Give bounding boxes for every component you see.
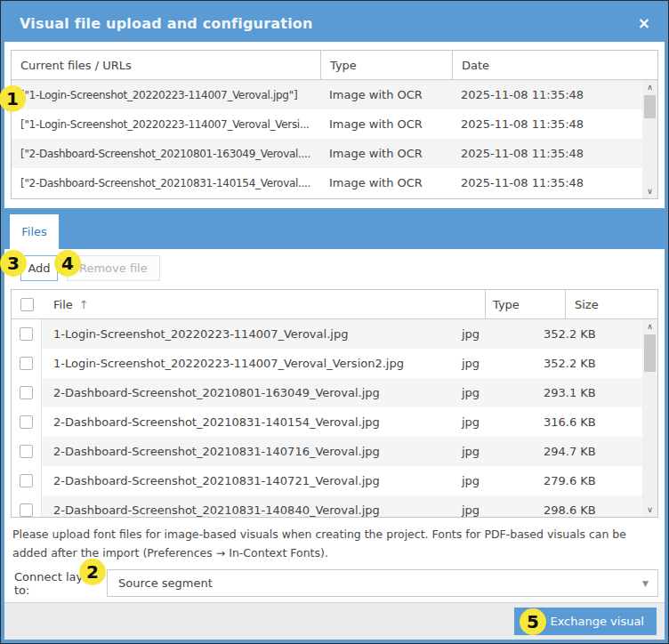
select-all-checkbox[interactable] <box>20 298 34 311</box>
type-cell: Image with OCR <box>320 147 452 160</box>
scrollbar-thumb[interactable] <box>644 334 656 372</box>
table-row[interactable]: 2-Dashboard-Screenshot_20210831-140716_V… <box>12 437 657 466</box>
scroll-up-icon[interactable]: ∧ <box>642 319 657 334</box>
visual-upload-dialog: Visual file upload and configuration × C… <box>1 1 668 643</box>
row-checkbox[interactable] <box>20 327 33 341</box>
file-table-body: 1-Login-Screenshot_20220223-114007_Verov… <box>12 319 657 517</box>
date-cell: 2025-11-08 11:35:48 <box>452 176 657 189</box>
row-checkbox[interactable] <box>20 386 33 399</box>
table-row[interactable]: ["2-Dashboard-Screenshot_20210831-140154… <box>12 168 657 197</box>
row-checkbox[interactable] <box>20 503 33 517</box>
annotation-marker-4: 4 <box>54 250 81 277</box>
file-size-cell: 316.6 KB <box>535 415 657 429</box>
file-type-cell: jpg <box>455 327 535 341</box>
connect-layout-select[interactable]: Source segment ▼ <box>107 569 658 597</box>
scroll-down-icon[interactable]: ∨ <box>642 503 657 517</box>
file-name-cell: 2-Dashboard-Screenshot_20210831-140840_V… <box>42 503 455 517</box>
column-header-filetype[interactable]: Type <box>485 290 565 318</box>
row-checkbox-cell <box>12 349 42 378</box>
exchange-visual-label: Exchange visual <box>550 615 644 628</box>
row-checkbox[interactable] <box>20 415 33 429</box>
remove-file-button[interactable]: Remove file <box>67 255 160 281</box>
scroll-up-icon[interactable]: ∧ <box>642 80 657 94</box>
tab-strip: Files <box>4 208 665 249</box>
file-table-rows: 1-Login-Screenshot_20220223-114007_Verov… <box>12 319 657 517</box>
tab-files[interactable]: Files <box>10 214 59 249</box>
table-row[interactable]: 2-Dashboard-Screenshot_20210831-140840_V… <box>12 495 657 517</box>
current-files-body: ["1-Login-Screenshot_20220223-114007_Ver… <box>12 80 657 198</box>
table-row[interactable]: 2-Dashboard-Screenshot_20210831-140721_V… <box>12 466 657 495</box>
scrollbar-thumb[interactable] <box>644 95 656 118</box>
type-cell: Image with OCR <box>320 88 452 101</box>
column-header-size[interactable]: Size <box>565 290 657 318</box>
table-row[interactable]: 1-Login-Screenshot_20220223-114007_Verov… <box>12 319 657 349</box>
table-row[interactable]: 1-Login-Screenshot_20220223-114007_Verov… <box>12 349 657 378</box>
scrollbar[interactable]: ∧ ∨ <box>642 319 657 517</box>
row-content: 2-Dashboard-Screenshot_20210801-163049_V… <box>42 378 657 407</box>
row-checkbox-cell <box>12 437 42 466</box>
annotation-marker-3: 3 <box>0 250 27 277</box>
table-row[interactable]: ["2-Dashboard-Screenshot_20210801-163049… <box>12 139 657 168</box>
scroll-down-icon[interactable]: ∨ <box>642 184 657 198</box>
row-checkbox[interactable] <box>20 474 33 487</box>
select-all-cell <box>12 298 42 311</box>
date-cell: 2025-11-08 11:35:48 <box>452 88 657 101</box>
row-checkbox-cell <box>12 378 42 407</box>
column-header-date[interactable]: Date <box>452 51 657 79</box>
table-row[interactable]: 2-Dashboard-Screenshot_20210831-140154_V… <box>12 407 657 437</box>
file-url-cell: ["1-Login-Screenshot_20220223-114007_Ver… <box>12 89 320 101</box>
file-url-cell: ["2-Dashboard-Screenshot_20210801-163049… <box>12 148 320 160</box>
file-url-cell: ["2-Dashboard-Screenshot_20210831-140154… <box>12 177 320 189</box>
column-header-current-files[interactable]: Current files / URLs <box>12 59 320 72</box>
annotation-marker-2: 2 <box>79 559 106 585</box>
dialog-footer: ▶▶ Exchange visual <box>4 602 665 640</box>
column-header-type[interactable]: Type <box>320 51 452 79</box>
column-header-file-label: File <box>53 298 73 311</box>
dialog-header: Visual file upload and configuration × <box>4 4 665 42</box>
file-size-cell: 279.6 KB <box>535 474 657 487</box>
type-cell: Image with OCR <box>320 176 452 189</box>
dialog-body: Current files / URLs Type Date ["1-Login… <box>4 42 665 602</box>
dialog-title: Visual file upload and configuration <box>20 15 313 32</box>
sort-ascending-icon: ↑ <box>79 298 89 311</box>
date-cell: 2025-11-08 11:35:48 <box>452 117 657 131</box>
annotation-marker-1: 1 <box>0 85 26 112</box>
annotation-marker-5: 5 <box>520 608 546 635</box>
chevron-down-icon: ▼ <box>642 579 649 588</box>
file-type-cell: jpg <box>455 415 535 429</box>
close-icon[interactable]: × <box>638 16 650 31</box>
row-content: 2-Dashboard-Screenshot_20210831-140721_V… <box>42 466 657 495</box>
file-name-cell: 2-Dashboard-Screenshot_20210831-140154_V… <box>42 415 455 429</box>
file-name-cell: 2-Dashboard-Screenshot_20210831-140716_V… <box>42 445 455 458</box>
dialog-outline: Visual file upload and configuration × C… <box>0 0 669 644</box>
row-content: 2-Dashboard-Screenshot_20210831-140840_V… <box>42 495 657 517</box>
file-name-cell: 2-Dashboard-Screenshot_20210831-140721_V… <box>42 474 455 487</box>
column-header-file[interactable]: File ↑ <box>42 298 485 311</box>
current-files-rows: ["1-Login-Screenshot_20220223-114007_Ver… <box>12 80 657 197</box>
row-checkbox-cell <box>12 407 42 437</box>
file-table: File ↑ Type Size <box>11 289 658 518</box>
row-checkbox[interactable] <box>20 445 33 458</box>
file-type-cell: jpg <box>455 474 535 487</box>
file-type-cell: jpg <box>455 503 535 517</box>
row-content: 2-Dashboard-Screenshot_20210831-140716_V… <box>42 437 657 466</box>
font-upload-note: Please upload font files for image-based… <box>11 525 658 562</box>
file-size-cell: 293.1 KB <box>535 386 657 399</box>
table-row[interactable]: ["1-Login-Screenshot_20220223-114007_Ver… <box>12 109 657 139</box>
current-files-table: Current files / URLs Type Date ["1-Login… <box>11 50 658 199</box>
table-row[interactable]: 2-Dashboard-Screenshot_20210801-163049_V… <box>12 378 657 407</box>
file-name-cell: 1-Login-Screenshot_20220223-114007_Verov… <box>42 357 455 370</box>
row-checkbox[interactable] <box>20 357 33 370</box>
table-row[interactable]: ["1-Login-Screenshot_20220223-114007_Ver… <box>12 80 657 109</box>
file-url-cell: ["1-Login-Screenshot_20220223-114007_Ver… <box>12 118 320 131</box>
file-size-cell: 352.2 KB <box>535 357 657 370</box>
scrollbar[interactable]: ∧ ∨ <box>642 80 657 198</box>
row-checkbox-cell <box>12 466 42 495</box>
file-name-cell: 2-Dashboard-Screenshot_20210801-163049_V… <box>42 386 455 399</box>
date-cell: 2025-11-08 11:35:48 <box>452 147 657 160</box>
connect-layout-value: Source segment <box>118 576 213 590</box>
type-cell: Image with OCR <box>320 117 452 131</box>
file-type-cell: jpg <box>455 445 535 458</box>
row-checkbox-cell <box>12 495 42 517</box>
file-size-cell: 294.7 KB <box>535 445 657 458</box>
